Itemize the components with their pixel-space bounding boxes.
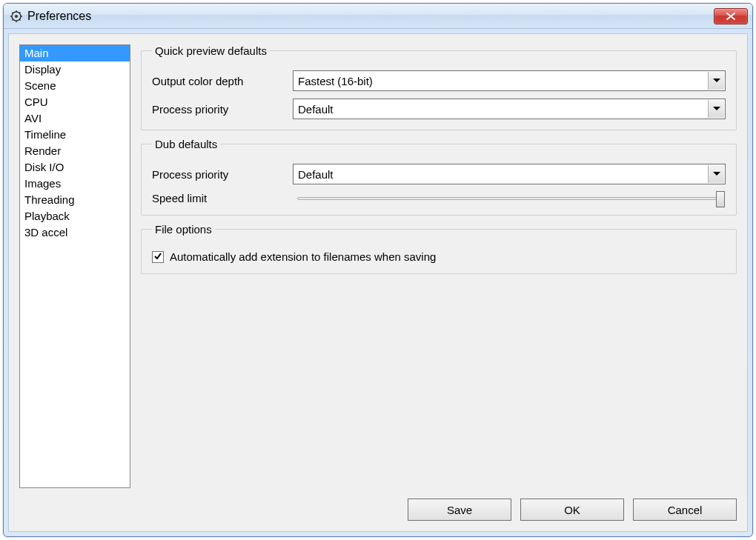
sidebar-item-render[interactable]: Render bbox=[20, 143, 130, 159]
qp-priority-label: Process priority bbox=[152, 103, 293, 116]
svg-line-8 bbox=[19, 12, 21, 13]
svg-line-9 bbox=[13, 19, 14, 21]
window-title: Preferences bbox=[27, 10, 714, 23]
chevron-down-icon bbox=[708, 72, 724, 90]
quick-preview-legend: Quick preview defaults bbox=[152, 44, 270, 57]
dub-priority-label: Process priority bbox=[152, 168, 293, 181]
cancel-button[interactable]: Cancel bbox=[633, 499, 737, 521]
speed-limit-slider[interactable] bbox=[293, 197, 726, 200]
chevron-down-icon bbox=[708, 165, 724, 183]
auto-extension-label: Automatically add extension to filenames… bbox=[170, 250, 436, 263]
app-icon bbox=[10, 10, 23, 23]
sidebar-item-threading[interactable]: Threading bbox=[20, 192, 130, 208]
dub-legend: Dub defaults bbox=[152, 138, 220, 150]
qp-priority-select[interactable]: Default bbox=[293, 99, 726, 119]
dub-defaults-group: Dub defaults Process priority Default Sp… bbox=[141, 138, 737, 216]
close-icon bbox=[726, 10, 736, 22]
slider-track bbox=[297, 197, 720, 200]
quick-preview-group: Quick preview defaults Output color dept… bbox=[141, 44, 737, 130]
svg-line-7 bbox=[19, 19, 21, 21]
color-depth-select[interactable]: Fastest (16-bit) bbox=[293, 70, 726, 91]
dub-priority-select[interactable]: Default bbox=[293, 164, 726, 184]
sidebar-item-3d-accel[interactable]: 3D accel bbox=[20, 224, 130, 241]
sidebar-item-cpu[interactable]: CPU bbox=[20, 94, 130, 110]
sidebar-item-playback[interactable]: Playback bbox=[20, 208, 130, 224]
sidebar-item-main[interactable]: Main bbox=[20, 45, 130, 61]
auto-extension-checkbox[interactable] bbox=[152, 251, 164, 263]
file-options-legend: File options bbox=[152, 223, 215, 236]
check-icon bbox=[153, 250, 162, 263]
qp-priority-value: Default bbox=[298, 103, 720, 116]
sidebar-item-scene[interactable]: Scene bbox=[20, 78, 130, 94]
save-button[interactable]: Save bbox=[408, 499, 511, 521]
file-options-group: File options Automatically add extension… bbox=[141, 223, 737, 274]
color-depth-label: Output color depth bbox=[152, 75, 293, 87]
svg-line-6 bbox=[13, 12, 14, 13]
dialog-buttons: Save OK Cancel bbox=[19, 499, 737, 521]
sidebar-item-disk-i-o[interactable]: Disk I/O bbox=[20, 159, 130, 176]
slider-thumb[interactable] bbox=[716, 191, 725, 207]
close-button[interactable] bbox=[714, 8, 748, 24]
main-panel: Quick preview defaults Output color dept… bbox=[141, 44, 737, 488]
speed-limit-label: Speed limit bbox=[152, 192, 293, 204]
sidebar-item-avi[interactable]: AVI bbox=[20, 110, 130, 127]
dub-priority-value: Default bbox=[298, 168, 720, 181]
client-area: MainDisplaySceneCPUAVITimelineRenderDisk… bbox=[8, 33, 748, 532]
sidebar-item-display[interactable]: Display bbox=[20, 61, 130, 78]
ok-button[interactable]: OK bbox=[520, 499, 624, 521]
sidebar-item-timeline[interactable]: Timeline bbox=[20, 127, 130, 143]
titlebar[interactable]: Preferences bbox=[4, 4, 752, 29]
preferences-window: Preferences MainDisplaySceneCPUAVITimeli… bbox=[3, 3, 753, 537]
svg-point-1 bbox=[15, 15, 18, 18]
category-list[interactable]: MainDisplaySceneCPUAVITimelineRenderDisk… bbox=[19, 44, 130, 488]
color-depth-value: Fastest (16-bit) bbox=[298, 75, 720, 87]
chevron-down-icon bbox=[708, 100, 724, 118]
sidebar-item-images[interactable]: Images bbox=[20, 176, 130, 192]
